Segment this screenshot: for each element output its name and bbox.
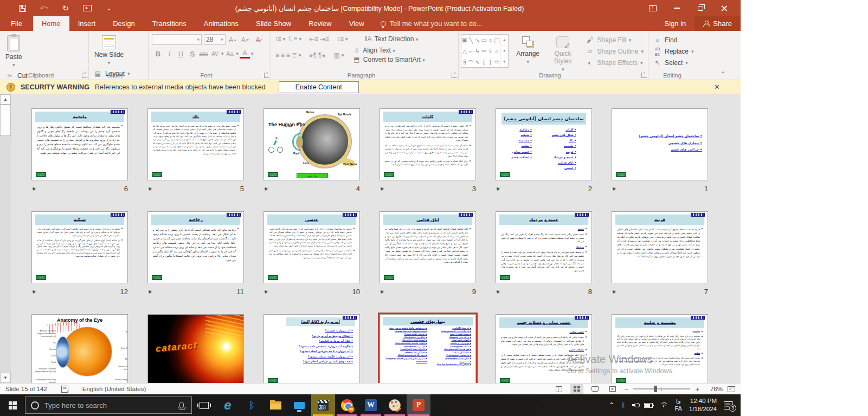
shape-glyph-icon[interactable]: ◠ — [468, 58, 474, 66]
file-explorer-button[interactable] — [263, 394, 287, 416]
ribbon-display-options-icon[interactable] — [641, 0, 665, 16]
clipboard-dialog-launcher[interactable] — [82, 73, 87, 78]
grow-font-icon[interactable]: A▲ — [228, 34, 238, 45]
slide-hyperlink[interactable]: عضلات چشم — [511, 154, 532, 160]
tab-transitions[interactable]: Transitions — [144, 16, 195, 31]
slide-thumbnail[interactable]: آب مرواريد (كاتاراكت)آب مرواريد چيست؟اشك… — [263, 314, 360, 383]
tab-view[interactable]: View — [340, 16, 373, 31]
slide-thumbnail[interactable]: ساختمان چشم انسان (آناتومي چشم)كلياتشكل … — [496, 108, 592, 180]
font-size-combobox[interactable]: 28▾ — [204, 34, 226, 45]
scrollbar-up-icon[interactable]: ▲ — [0, 94, 11, 105]
align-left-icon[interactable]: ≡ — [275, 51, 279, 59]
font-name-combobox[interactable]: ▾ — [152, 34, 202, 45]
align-text-button[interactable]: ⇳ Align Text ▾ — [352, 47, 425, 54]
shape-glyph-icon[interactable]: ⌂ — [495, 48, 499, 54]
shape-effects-button[interactable]: ◐Shape Effects▾ — [583, 57, 646, 68]
slide-hyperlink[interactable]: چگونه آب مرواريد تشخيص داده ميشود؟ — [264, 344, 353, 349]
slide-hyperlink[interactable]: عنبيه و مردمك — [552, 154, 576, 160]
shape-glyph-icon[interactable]: ╲ — [470, 37, 473, 44]
shape-glyph-icon[interactable]: ▭ — [481, 37, 486, 44]
shape-glyph-icon[interactable]: ↘ — [475, 37, 480, 44]
character-spacing-button[interactable]: AV — [210, 48, 220, 59]
slide-thumbnail[interactable]: اتاق قدامياتاق قدامي فضاي كوچكي است كه ب… — [380, 211, 476, 283]
increase-indent-icon[interactable]: ⇥≡ — [320, 35, 329, 43]
slide-nav-button[interactable] — [111, 110, 125, 114]
bluetooth-taskbar-button[interactable]: ᛒ — [240, 394, 263, 416]
vertical-scrollbar[interactable]: ▲ ▼ — [0, 94, 11, 383]
paste-button[interactable]: Paste▾ — [2, 33, 25, 70]
shape-glyph-icon[interactable]: ▣ — [462, 37, 467, 44]
slide-hyperlink[interactable]: آب مرواريد چگونه درمان ميشود؟ — [264, 354, 353, 360]
word-taskbar-button[interactable]: W — [359, 394, 383, 416]
italic-button[interactable]: I — [164, 48, 175, 59]
slide-hyperlink[interactable]: دژنرسانس ماكولا وابسته به سن Age-related… — [384, 327, 427, 333]
display-app-button[interactable] — [287, 394, 311, 416]
slide-hyperlink[interactable]: سندرم بينايي كامپيوتر Computer Vision Sy… — [384, 358, 427, 363]
shape-fill-button[interactable]: 🖌Shape Fill▾ — [583, 34, 646, 46]
start-slideshow-icon[interactable] — [81, 2, 93, 14]
slide-back-button[interactable]: برگشت — [152, 275, 162, 280]
align-center-icon[interactable]: ≡ — [281, 51, 285, 59]
slide-thumbnail[interactable]: ساختمان چشم انسان (آناتومي چشم)بيماري ها… — [612, 108, 708, 180]
slide-hyperlink[interactable]: كليات — [552, 127, 576, 132]
strikethrough-button[interactable]: abc — [198, 48, 209, 59]
slide-thumbnail[interactable]: زجاجيهزجاجيه مايع ژله مانند شفافي است كه… — [147, 211, 244, 283]
tab-file[interactable]: File — [0, 16, 33, 31]
slide-hyperlink[interactable]: عصب بينايي — [511, 149, 532, 154]
zoom-in-icon[interactable]: + — [695, 385, 699, 393]
shape-glyph-icon[interactable]: ○ — [488, 37, 492, 43]
convert-smartart-button[interactable]: ⬒ Convert to SmartArt ▾ — [352, 56, 425, 63]
paint-taskbar-button[interactable] — [383, 394, 407, 416]
slide-hyperlink[interactable]: خشكي چشم Dry Eye Syndrome — [429, 363, 471, 367]
justify-icon[interactable]: ≣ — [292, 51, 297, 59]
tab-animations[interactable]: Animations — [195, 16, 247, 31]
slide-hyperlink[interactable]: قرنيه — [552, 149, 576, 154]
select-button[interactable]: ↖Select▾ — [651, 57, 696, 68]
slideshow-view-button[interactable] — [606, 384, 619, 394]
slide-back-button[interactable]: برگشت — [616, 172, 626, 177]
slide-back-button[interactable]: برگشت — [36, 275, 46, 280]
text-direction-button[interactable]: ‖A Text Direction ▾ — [364, 35, 419, 43]
action-center-icon[interactable]: 3 — [724, 401, 733, 410]
wifi-icon[interactable] — [660, 402, 667, 408]
shape-glyph-icon[interactable]: ⇨ — [481, 48, 486, 55]
change-case-button[interactable]: Aa — [225, 48, 235, 59]
close-button[interactable] — [712, 0, 736, 16]
font-color-button[interactable]: A — [240, 49, 250, 58]
slide-nav-button[interactable] — [227, 213, 241, 217]
shrink-font-icon[interactable]: A▼ — [240, 34, 250, 45]
tray-bluetooth-icon[interactable]: ᛒ — [621, 401, 625, 409]
align-right-icon[interactable]: ≡ — [286, 51, 290, 59]
bullets-icon[interactable]: ⁝≡ — [275, 35, 281, 43]
shape-glyph-icon[interactable]: ⇩ — [488, 48, 493, 55]
slide-back-button[interactable]: برگشت — [268, 172, 278, 177]
shape-glyph-icon[interactable]: △ — [462, 48, 467, 55]
slide-thumbnail[interactable]: بيماريهاي چشميآب سياه (گلوكوم)آستيگماتيس… — [380, 314, 476, 383]
slide-thumbnail[interactable]: Anatomy of the EyeAnterior chamber (regi… — [31, 314, 128, 383]
slide-thumbnail[interactable]: عدسيعدسي يك ساختمان شفاف در داخل كره چشم… — [263, 211, 360, 283]
slide-nav-button[interactable] — [343, 213, 357, 217]
task-view-button[interactable] — [192, 394, 216, 416]
taskbar-clock[interactable]: 12:40 PM 1/18/2024 — [689, 397, 717, 413]
klite-player-button[interactable] — [311, 394, 335, 416]
reading-view-button[interactable] — [588, 384, 601, 394]
underline-button[interactable]: U — [176, 48, 186, 59]
shape-glyph-icon[interactable]: § — [463, 58, 466, 65]
shadow-button[interactable]: S — [187, 48, 197, 59]
microphone-icon[interactable] — [179, 402, 184, 408]
security-bar-close-icon[interactable]: ✕ — [714, 83, 720, 91]
zoom-slider[interactable] — [633, 388, 690, 389]
slide-nav-button[interactable] — [459, 110, 473, 114]
shape-glyph-icon[interactable]: ∿ — [475, 58, 480, 66]
slide-nav-button[interactable] — [575, 213, 589, 217]
slide-hyperlink[interactable]: شكل كلي چشم — [552, 132, 576, 138]
slide-back-button[interactable]: برگشت — [616, 378, 626, 383]
scrollbar-thumb[interactable] — [0, 105, 11, 136]
slide-nav-button[interactable] — [575, 316, 589, 320]
slide-thumbnail[interactable]: پلكوقتي جسم نوك تيزي به چشم ما نزديك مي … — [147, 108, 244, 180]
slide-back-button[interactable]: برگشت — [500, 275, 510, 280]
clear-formatting-icon[interactable]: A̷ — [253, 34, 263, 45]
slide-caption-label[interactable]: مثال چشم — [297, 173, 328, 178]
collapse-ribbon-icon[interactable]: ⌃ — [721, 70, 725, 77]
sign-in-link[interactable]: Sign in — [656, 20, 695, 28]
